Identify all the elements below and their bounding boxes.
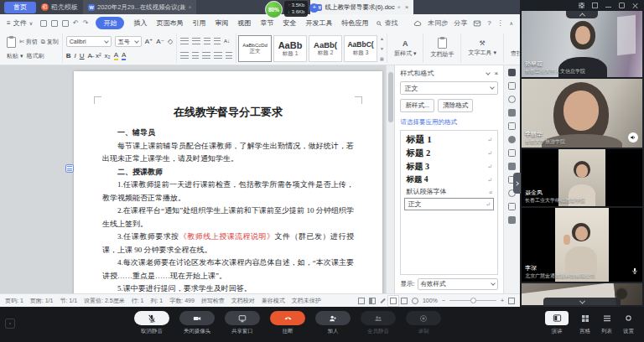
mute-all-button[interactable]: 全员静音 bbox=[359, 311, 397, 335]
bold-button[interactable]: B bbox=[66, 52, 71, 60]
strike-button[interactable]: A̶ bbox=[88, 52, 92, 60]
pen-tool-icon[interactable] bbox=[508, 69, 516, 76]
cloud-sync-icon[interactable] bbox=[413, 19, 422, 28]
style-item-heading2[interactable]: 标题 2↵ bbox=[401, 147, 497, 160]
tab-special-apps[interactable]: 特色应用 bbox=[341, 18, 368, 28]
sync-status[interactable]: 未同步 bbox=[428, 18, 448, 28]
style-item-heading1[interactable]: 标题 1↵ bbox=[401, 132, 497, 147]
pin-icon[interactable]: ⌖ bbox=[188, 4, 191, 11]
cut-button[interactable]: ✄ 剪切 bbox=[19, 38, 38, 46]
unmute-button[interactable]: 取消静音 bbox=[132, 311, 171, 335]
style-normal[interactable]: AaBbCcDd 正文 bbox=[238, 35, 272, 62]
view-speaker-button[interactable]: 演讲 bbox=[545, 311, 569, 335]
bullet-list-button[interactable] bbox=[180, 38, 189, 44]
tab-references[interactable]: 引用 bbox=[192, 18, 205, 28]
tab-section[interactable]: 章节 bbox=[260, 18, 273, 28]
table-tool-icon[interactable] bbox=[508, 122, 516, 130]
eye-protect-icon[interactable] bbox=[412, 298, 418, 304]
two-page-view-icon[interactable] bbox=[369, 298, 376, 304]
find-button[interactable]: 查找 bbox=[376, 18, 397, 28]
pin-icon[interactable]: ⌖ bbox=[397, 4, 401, 11]
participant-video-3[interactable]: 聂金凤 长春工业大学继续教育学院 bbox=[522, 149, 642, 206]
save-icon[interactable] bbox=[40, 20, 47, 27]
paragraph-layout-icon[interactable] bbox=[65, 164, 74, 173]
panel-menu-icon[interactable] bbox=[486, 70, 491, 75]
page-view-icon[interactable] bbox=[390, 298, 397, 304]
format-painter-button[interactable]: 格式刷 bbox=[26, 52, 44, 60]
panel-close-icon[interactable]: × bbox=[494, 70, 498, 77]
line-spacing-button[interactable] bbox=[226, 52, 232, 59]
justify-button[interactable] bbox=[214, 52, 222, 59]
camera-off-button[interactable]: 关闭摄像头 bbox=[178, 311, 216, 335]
style-heading2[interactable]: AaBb( 标题 2 bbox=[309, 35, 342, 62]
doc-tab-2[interactable]: W 线上教学督导要求(6).doc ⌖ × bbox=[310, 0, 413, 14]
style-item-default-font[interactable]: 默认段落字体a bbox=[401, 186, 497, 197]
doc-tab-1[interactable]: W 2020年2月29...在线视频会议(兼 ⌖ bbox=[83, 0, 196, 14]
scrollbar-thumb[interactable] bbox=[388, 72, 393, 122]
chart-tool-icon[interactable] bbox=[508, 149, 516, 157]
panel-expander-button[interactable] bbox=[513, 173, 521, 194]
tab-dev-tools[interactable]: 开发工具 bbox=[305, 18, 332, 28]
clear-format-button[interactable]: ◇ bbox=[168, 38, 173, 45]
more-icon[interactable]: ⋮ bbox=[497, 19, 504, 27]
tab-insert[interactable]: 插入 bbox=[133, 18, 147, 28]
subscript-button[interactable]: x₂ bbox=[105, 52, 111, 60]
redo-icon[interactable]: ↷ bbox=[83, 19, 89, 27]
boost-icon[interactable]: + bbox=[309, 3, 319, 13]
document-scrollbar[interactable] bbox=[386, 65, 394, 293]
align-center-button[interactable] bbox=[192, 52, 199, 59]
font-size-select[interactable]: 五号 bbox=[115, 36, 142, 47]
current-style-select[interactable]: 正文 bbox=[400, 81, 498, 95]
gallery-down-icon[interactable]: ▼ bbox=[380, 46, 384, 51]
paste-button[interactable]: 粘贴 ▾ bbox=[7, 52, 23, 60]
gallery-up-icon[interactable]: ▲ bbox=[380, 36, 384, 41]
envelope-icon[interactable] bbox=[473, 19, 481, 28]
grow-font-button[interactable]: A⁺ bbox=[145, 38, 153, 45]
italic-button[interactable]: I bbox=[75, 52, 76, 60]
font-name-select[interactable]: Calibri bbox=[66, 36, 112, 47]
doc-protect-button[interactable]: 文档未保护 bbox=[292, 297, 321, 305]
select-tool-icon[interactable] bbox=[508, 82, 516, 90]
font-color-button[interactable]: A bbox=[122, 51, 126, 60]
copy-button[interactable]: ⧉ 复制 bbox=[41, 38, 59, 46]
tab-page-layout[interactable]: 页面布局 bbox=[156, 18, 183, 28]
underline-button[interactable]: U bbox=[80, 52, 85, 60]
web-view-icon[interactable] bbox=[401, 298, 408, 304]
new-style-button[interactable]: A 新样式 ▾ bbox=[391, 39, 419, 58]
clear-format-button[interactable]: 清除格式 bbox=[438, 99, 473, 112]
tray-icon[interactable] bbox=[5, 319, 15, 329]
participant-video-4[interactable]: 李琛 北京广慧金通教育科技有限公司 bbox=[522, 208, 642, 282]
style-item-body[interactable]: 正文↵ bbox=[404, 198, 494, 210]
zoom-slider[interactable] bbox=[449, 300, 496, 301]
document-canvas[interactable]: 在线教学督导分工要求 一、辅导员 每节课上课前辅导员配合任课教师，了解学生出勤情… bbox=[0, 65, 386, 293]
style-item-heading3[interactable]: 标题 3↵ bbox=[401, 160, 497, 174]
help-icon[interactable]: ? bbox=[487, 19, 491, 27]
undo-icon[interactable]: ↶ bbox=[73, 19, 79, 27]
style-heading1[interactable]: AaBb 标题 1 bbox=[273, 35, 307, 62]
participant-video-2[interactable]: 李丽华 长春大学旅游学院 bbox=[522, 79, 642, 148]
copy-tool-icon[interactable] bbox=[508, 163, 516, 170]
close-tab-icon[interactable]: × bbox=[405, 3, 409, 11]
align-right-button[interactable] bbox=[202, 52, 210, 59]
fullscreen-view-icon[interactable] bbox=[358, 298, 365, 304]
shape-tool-icon[interactable] bbox=[508, 96, 516, 103]
proofread-button[interactable]: 文档校对 bbox=[231, 297, 255, 305]
minimize-icon[interactable] bbox=[605, 3, 611, 8]
close-icon[interactable] bbox=[632, 3, 638, 8]
superscript-button[interactable]: x² bbox=[96, 52, 101, 60]
share-button[interactable]: 分享 bbox=[454, 18, 467, 28]
spellcheck-button[interactable]: 拼写检查 bbox=[201, 297, 225, 305]
gallery-more-icon[interactable]: ▦ bbox=[380, 56, 384, 61]
collapse-ribbon-icon[interactable]: ∧ bbox=[510, 20, 513, 26]
document-page[interactable]: 在线教学督导分工要求 一、辅导员 每节课上课前辅导员配合任课教师，了解学生出勤情… bbox=[74, 71, 382, 293]
participant-video-1[interactable]: 孙翠霞 长春工业大学人文信息学院 bbox=[522, 11, 642, 77]
bookmark-tool-icon[interactable] bbox=[508, 203, 516, 210]
align-left-button[interactable] bbox=[180, 52, 189, 59]
tab-review[interactable]: 审阅 bbox=[215, 18, 228, 28]
style-heading3[interactable]: AaBbC( 标题 3 bbox=[344, 35, 377, 62]
image-tool-icon[interactable] bbox=[508, 216, 516, 224]
layout-switch-icon[interactable] bbox=[579, 3, 584, 8]
new-style-button[interactable]: 新样式... bbox=[400, 99, 434, 112]
ink-view-icon[interactable] bbox=[380, 298, 385, 303]
grid-tool-icon[interactable] bbox=[508, 136, 516, 143]
